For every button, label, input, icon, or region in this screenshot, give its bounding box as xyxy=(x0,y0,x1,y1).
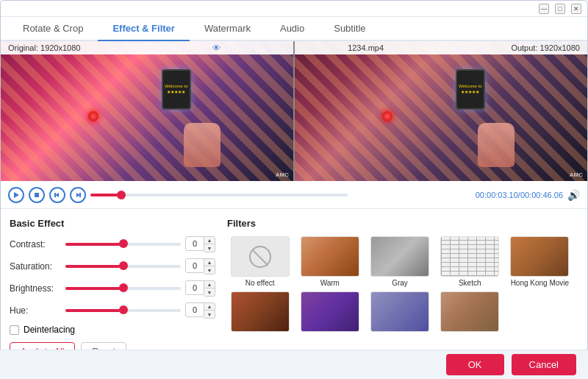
seek-thumb xyxy=(117,191,126,199)
title-bar-controls: — □ ✕ xyxy=(539,4,581,14)
stop-button[interactable] xyxy=(29,187,45,203)
hue-up[interactable]: ▲ xyxy=(204,303,215,311)
svg-rect-1 xyxy=(35,193,39,197)
tablet-device-right: Welcome to★★★★★ xyxy=(456,69,485,110)
filter-thumb-hk xyxy=(510,236,569,277)
brightness-down[interactable]: ▼ xyxy=(204,288,215,296)
filter-row2-2[interactable] xyxy=(297,291,362,334)
minimize-button[interactable]: — xyxy=(539,4,549,14)
hue-value[interactable] xyxy=(185,302,204,317)
filter-label-sketch: Sketch xyxy=(459,279,481,287)
brightness-value[interactable] xyxy=(185,280,204,295)
tablet-device: Welcome to★★★★★ xyxy=(162,69,191,110)
svg-rect-3 xyxy=(54,193,56,197)
contrast-up[interactable]: ▲ xyxy=(204,237,215,244)
contrast-down[interactable]: ▼ xyxy=(204,244,215,252)
basic-effect-title: Basic Effect xyxy=(10,218,215,229)
saturation-label: Saturation: xyxy=(10,261,61,272)
seek-bar[interactable] xyxy=(90,194,348,196)
hue-row: Hue: ▲ ▼ xyxy=(10,302,215,319)
filter-thumb-row2-1 xyxy=(231,291,290,332)
svg-marker-0 xyxy=(14,192,19,198)
saturation-slider[interactable] xyxy=(65,265,181,268)
saturation-up[interactable]: ▲ xyxy=(204,259,215,266)
saturation-value[interactable] xyxy=(185,258,204,273)
filter-row2-1[interactable] xyxy=(227,291,293,334)
tab-effect-filter[interactable]: Effect & Filter xyxy=(98,17,190,41)
filter-hk-movie[interactable]: Hong Kong Movie xyxy=(507,236,573,287)
title-bar: — □ ✕ xyxy=(1,1,587,17)
svg-rect-5 xyxy=(79,193,81,197)
brightness-label: Brightness: xyxy=(10,283,61,294)
filter-label-warm: Warm xyxy=(320,279,340,287)
contrast-label: Contrast: xyxy=(10,239,61,249)
contrast-row: Contrast: ▲ ▼ xyxy=(10,236,215,252)
contrast-value[interactable] xyxy=(185,236,204,251)
hue-spinners: ▲ ▼ xyxy=(204,302,215,319)
filter-label-no-effect: No effect xyxy=(245,279,275,287)
video-original: Welcome to★★★★★ AMC xyxy=(1,41,293,181)
contrast-spinners: ▲ ▼ xyxy=(204,236,215,252)
filter-row2-4[interactable] xyxy=(437,291,503,334)
play-button[interactable] xyxy=(8,187,24,203)
filter-row2-3[interactable] xyxy=(367,291,432,334)
video-output: Welcome to★★★★★ AMC xyxy=(295,41,587,181)
main-content: Basic Effect Contrast: ▲ ▼ Saturation: xyxy=(1,209,587,372)
hue-down[interactable]: ▼ xyxy=(204,311,215,318)
filter-no-effect[interactable]: No effect xyxy=(227,236,293,287)
watermark-right: AMC xyxy=(570,171,583,178)
deinterlacing-checkbox[interactable] xyxy=(10,325,19,335)
hue-slider[interactable] xyxy=(65,309,181,312)
filter-sketch[interactable]: Sketch xyxy=(437,236,503,287)
filter-thumb-sketch xyxy=(440,236,499,277)
hand-shape xyxy=(184,123,220,167)
brightness-up[interactable]: ▲ xyxy=(204,281,215,288)
filter-thumb-gray xyxy=(370,236,429,277)
controls-bar: 00:00:03.10/00:00:46.06 🔊 xyxy=(1,181,587,209)
eye-icon[interactable]: 👁 xyxy=(212,43,220,52)
tab-subtitle[interactable]: Subtitle xyxy=(319,17,380,41)
deinterlacing-label: Deinterlacing xyxy=(24,325,75,335)
filter-warm[interactable]: Warm xyxy=(297,236,362,287)
deinterlace-row: Deinterlacing xyxy=(10,325,215,335)
bottom-bar: OK Cancel xyxy=(0,350,588,379)
contrast-slider[interactable] xyxy=(65,243,181,246)
filter-thumb-row2-3 xyxy=(370,291,429,332)
tab-bar: Rotate & Crop Effect & Filter Watermark … xyxy=(1,17,587,41)
saturation-down[interactable]: ▼ xyxy=(204,266,215,274)
filter-thumb-no-effect xyxy=(231,236,290,277)
cancel-button[interactable]: Cancel xyxy=(512,354,576,375)
filters-grid: No effect Warm Gray xyxy=(227,236,578,334)
prev-frame-button[interactable] xyxy=(49,187,65,203)
tab-audio[interactable]: Audio xyxy=(265,17,319,41)
saturation-row: Saturation: ▲ ▼ xyxy=(10,258,215,274)
watermark-left: AMC xyxy=(276,171,289,178)
tab-watermark[interactable]: Watermark xyxy=(190,17,265,41)
filters-title: Filters xyxy=(227,218,578,229)
tab-rotate-crop[interactable]: Rotate & Crop xyxy=(8,17,98,41)
filter-gray[interactable]: Gray xyxy=(367,236,432,287)
filter-label-hk: Hong Kong Movie xyxy=(511,279,570,287)
filter-thumb-row2-2 xyxy=(301,291,359,332)
hue-label: Hue: xyxy=(10,305,61,316)
filters-scroll[interactable]: No effect Warm Gray xyxy=(227,236,578,334)
brightness-row: Brightness: ▲ ▼ xyxy=(10,280,215,297)
video-preview-area: Original: 1920x1080 👁 1234.mp4 Output: 1… xyxy=(1,41,587,181)
close-button[interactable]: ✕ xyxy=(571,4,581,14)
volume-icon[interactable]: 🔊 xyxy=(567,189,580,201)
filter-thumb-row2-4 xyxy=(440,291,499,332)
saturation-spinners: ▲ ▼ xyxy=(204,258,215,274)
brightness-slider[interactable] xyxy=(65,287,181,290)
maximize-button[interactable]: □ xyxy=(555,4,565,14)
ok-button[interactable]: OK xyxy=(446,354,504,375)
filter-label-gray: Gray xyxy=(392,279,408,287)
brightness-spinners: ▲ ▼ xyxy=(204,280,215,297)
filter-thumb-warm xyxy=(301,236,359,277)
time-display: 00:00:03.10/00:00:46.06 xyxy=(476,191,563,199)
video-divider xyxy=(293,41,295,181)
filename-label: 1234.mp4 xyxy=(348,43,384,52)
basic-effect-panel: Basic Effect Contrast: ▲ ▼ Saturation: xyxy=(10,218,215,363)
next-frame-button[interactable] xyxy=(70,187,86,203)
filters-panel: Filters No effect Warm Gr xyxy=(227,218,578,363)
output-label: Output: 1920x1080 xyxy=(511,43,580,52)
